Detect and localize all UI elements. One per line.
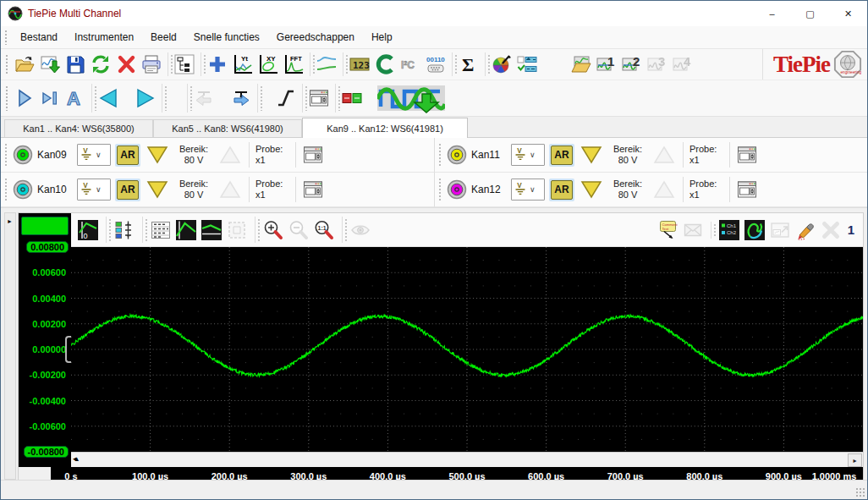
trace-colors-icon[interactable] <box>743 218 766 242</box>
timebase-up-icon[interactable] <box>134 86 157 110</box>
meter-icon[interactable]: 123 <box>348 52 371 76</box>
range-up-button <box>217 179 243 200</box>
fft-graph-icon[interactable]: FFT <box>282 52 305 76</box>
plot-area[interactable] <box>71 247 863 452</box>
channel-panel: Kan09V∨ARBereik:80 VProbe:x1Kan10V∨ARBer… <box>1 138 867 208</box>
zoom-out-icon <box>287 218 310 242</box>
svg-text:123: 123 <box>353 60 370 71</box>
zoom-in-icon[interactable] <box>261 218 285 242</box>
resize-grip[interactable] <box>855 487 865 497</box>
y-axis-header[interactable] <box>21 217 69 235</box>
coupling-select[interactable]: V∨ <box>77 144 111 166</box>
delete-all-icon[interactable] <box>114 52 138 76</box>
range-down-button[interactable] <box>145 179 170 200</box>
scope-plot[interactable] <box>71 247 863 452</box>
range-up-button <box>217 145 243 165</box>
drag-handle[interactable] <box>4 178 8 201</box>
minimize-button[interactable]: – <box>753 1 791 26</box>
channel-name: Kan11 <box>471 149 507 161</box>
menu-bestand[interactable]: Bestand <box>13 28 65 47</box>
comment-note-icon[interactable]: CommentText <box>656 218 679 242</box>
axis-zero-icon[interactable]: 0 <box>76 218 100 242</box>
waveform-2-icon[interactable]: 2 <box>620 52 644 76</box>
drag-handle[interactable] <box>438 178 442 201</box>
menu-help[interactable]: Help <box>364 28 400 47</box>
channel-row-kan11: Kan11V∨ARBereik:80 VProbe:x1 <box>434 138 867 173</box>
drag-handle[interactable] <box>438 143 442 167</box>
autorange-graph-icon[interactable] <box>174 218 198 242</box>
export-graph-icon <box>768 218 792 242</box>
fit-graph-icon[interactable] <box>200 218 223 242</box>
i2c-analyzer-icon[interactable]: I²C <box>398 52 422 76</box>
autorange-button[interactable]: AR <box>117 146 139 165</box>
timebase-down-icon[interactable] <box>96 86 120 110</box>
coupling-select[interactable]: V∨ <box>511 144 545 166</box>
channel-dialog-button[interactable] <box>302 145 324 165</box>
open-icon[interactable] <box>13 52 36 76</box>
menu-gereedschappen[interactable]: Gereedschappen <box>269 28 362 47</box>
drag-handle[interactable] <box>4 143 8 167</box>
y-tick-label: -0.00400 <box>30 396 66 406</box>
scroll-right-button[interactable]: ▸ <box>848 453 862 467</box>
can-analyzer-icon[interactable] <box>373 52 397 76</box>
menu-snelle-functies[interactable]: Snelle functies <box>186 28 267 47</box>
toolbar-separator <box>342 217 343 243</box>
channel-dialog-button[interactable] <box>736 179 758 200</box>
auto-setup-icon[interactable]: A <box>63 86 87 110</box>
range-down-button[interactable] <box>579 145 604 165</box>
serial-analyzer-icon[interactable]: 00110 <box>424 52 448 76</box>
refresh-icon[interactable] <box>89 52 113 76</box>
channel-dialog-button[interactable] <box>736 145 758 165</box>
time-scrollbar[interactable]: ◂▴ ▸ <box>71 452 863 467</box>
separator <box>249 177 250 202</box>
pen-marker-icon[interactable] <box>794 218 817 242</box>
tab-1[interactable]: Kan1 .. Kan4: WS6(35800) <box>4 119 153 137</box>
close-button[interactable]: ✕ <box>829 1 867 26</box>
quick-setup-icon[interactable] <box>376 82 447 114</box>
color-scheme-icon[interactable] <box>490 52 514 76</box>
chevron-down-icon: ∨ <box>96 151 102 159</box>
channel-dialog-button[interactable] <box>302 179 324 200</box>
save-icon[interactable] <box>63 52 87 76</box>
load-waveform-icon[interactable] <box>569 52 593 76</box>
combine-graphs-icon[interactable] <box>315 52 338 76</box>
xy-graph-icon[interactable]: XY <box>256 52 280 76</box>
menu-instrumenten[interactable]: Instrumenten <box>67 28 141 47</box>
trigger-time-marker-icon[interactable]: ◂▴ <box>73 454 77 463</box>
quick-setup-button[interactable] <box>376 82 452 114</box>
panel-splitter[interactable]: ► <box>4 212 16 480</box>
title-bar: TiePie Multi Channel – ▢ ✕ <box>1 1 867 26</box>
autorange-button[interactable]: AR <box>117 180 139 200</box>
autorange-button[interactable]: AR <box>551 146 573 165</box>
legend-icon[interactable]: Ch1Ch2 <box>717 218 741 242</box>
coupling-select[interactable]: V∨ <box>511 179 545 201</box>
object-tree-icon[interactable] <box>173 52 196 76</box>
presamples-inc-icon[interactable] <box>229 86 253 110</box>
svg-text:I²C: I²C <box>401 59 415 71</box>
toolbar-separator <box>711 222 711 239</box>
import-waveform-icon[interactable] <box>38 52 62 76</box>
start-icon[interactable] <box>13 86 36 110</box>
range-down-button[interactable] <box>145 145 170 165</box>
menu-beeld[interactable]: Beeld <box>143 28 184 47</box>
coupling-select[interactable]: V∨ <box>77 179 111 201</box>
range-down-button[interactable] <box>579 179 604 200</box>
channel-offsets-icon[interactable] <box>113 218 136 242</box>
print-icon[interactable] <box>140 52 163 76</box>
trigger-dialog-icon[interactable] <box>307 86 331 110</box>
waveform-1-icon[interactable]: 1 <box>595 52 618 76</box>
add-instrument-icon[interactable] <box>206 52 229 76</box>
zoom-one-to-one-icon[interactable]: 1:1 <box>312 218 336 242</box>
tab-2[interactable]: Kan5 .. Kan8: WS6(41980) <box>153 119 302 137</box>
one-shot-icon[interactable] <box>38 86 62 110</box>
tab-3[interactable]: Kan9 .. Kan12: WS6(41981) <box>302 118 468 138</box>
autorange-button[interactable]: AR <box>551 180 573 200</box>
maximize-button[interactable]: ▢ <box>791 1 829 26</box>
yt-graph-icon[interactable]: Yt <box>231 52 255 76</box>
trigger-edge-icon[interactable] <box>274 86 298 110</box>
value-table-icon[interactable] <box>149 218 173 242</box>
bnc-connector-icon <box>447 145 467 165</box>
channel-enable-icon[interactable] <box>340 86 364 110</box>
math-sum-icon[interactable]: Σ <box>457 52 481 76</box>
quick-settings-icon[interactable] <box>515 52 539 76</box>
